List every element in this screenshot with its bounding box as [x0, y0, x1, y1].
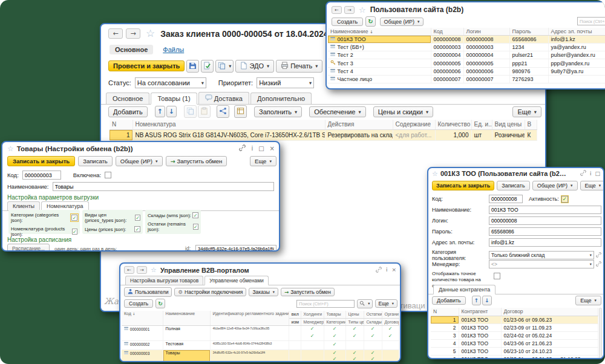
save-button[interactable]: Записать [497, 181, 529, 190]
add-row-button[interactable]: Добавить [432, 296, 466, 305]
connection-settings-button[interactable]: ⚙Настройки подключения [174, 288, 246, 296]
order-nav-files-link[interactable]: Файлы [163, 46, 184, 53]
prices-checkbox[interactable]: ✓ [134, 226, 140, 232]
column-header-name[interactable]: Наименование [163, 311, 210, 325]
code-input[interactable] [22, 171, 61, 180]
column-header-categories[interactable]: Категории [324, 318, 345, 325]
more-button[interactable]: Еще▾ [512, 106, 541, 117]
more-button[interactable]: Еще▾ [580, 181, 605, 190]
search-input[interactable] [577, 17, 605, 25]
tab-goods-upload-settings[interactable]: Настройка выгрузки товаров [125, 276, 203, 285]
column-header-flag-mod[interactable]: изм [289, 318, 301, 325]
run-exchange-button[interactable]: →Запустить обмен [166, 156, 227, 166]
column-header-currency[interactable]: В [525, 120, 537, 129]
tab-clients[interactable]: Клиенты [7, 201, 40, 210]
create-button[interactable]: Создать [332, 18, 363, 26]
open-link-icon[interactable] [596, 261, 601, 268]
back-button[interactable]: ← [124, 266, 134, 274]
info-icon[interactable]: i [590, 171, 592, 177]
column-header-holdings[interactable]: Холдинги [301, 311, 324, 318]
user-row[interactable]: Тест 4 000000006 000000006 980976 9u8y7@… [328, 68, 605, 76]
tab-contractor-data[interactable]: Данные контрагента [433, 285, 495, 294]
refresh-button[interactable]: ↻ [155, 299, 165, 308]
schedule-button[interactable]: Расписание... [7, 244, 50, 252]
order-nav-main[interactable]: Основное [110, 45, 153, 54]
column-header-organizations[interactable]: Организации [382, 311, 399, 318]
exchange-row[interactable]: 000000003 Товары 34d8cff5-632e-4c16-97e5… [122, 349, 399, 362]
favorite-star-icon[interactable]: ☆ [432, 171, 438, 177]
info-icon[interactable]: i [386, 267, 388, 273]
more-button[interactable]: Еще▾ [250, 156, 276, 166]
column-header-name[interactable]: Наименование ↓ [328, 28, 431, 36]
column-header-code[interactable]: Код ↓ [122, 311, 163, 325]
user-row[interactable]: Тест 3 000000005 000000005 ppp21 ppp@yan… [328, 59, 605, 68]
move-down-button[interactable]: ↓ [482, 296, 492, 305]
more-button[interactable]: Еще▾ [375, 299, 398, 308]
move-up-button[interactable]: ↑ [472, 296, 482, 305]
forward-button[interactable]: → [344, 6, 355, 14]
open-link-icon[interactable] [596, 252, 601, 259]
maximize-icon[interactable]: □ [595, 171, 600, 177]
schedule-id-input[interactable] [195, 245, 276, 252]
tab-goods[interactable]: Товары (1) [151, 93, 197, 105]
column-header-nomenclature[interactable]: Номенклатура [132, 120, 325, 129]
back-button[interactable]: ← [332, 6, 342, 14]
share-button[interactable] [217, 105, 229, 118]
refresh-button[interactable]: ↻ [365, 16, 375, 27]
name-input[interactable] [489, 206, 601, 214]
categories-checkbox[interactable]: ✓ [71, 215, 77, 221]
paste-rows-button[interactable] [198, 105, 211, 118]
common-menu-button[interactable]: Общее (ИР)▾ [532, 181, 578, 190]
products-checkbox[interactable]: ✓ [72, 229, 77, 235]
close-icon[interactable]: × [391, 267, 396, 273]
priority-select[interactable]: Низкий▾ [257, 77, 314, 88]
manager-select[interactable]: <>▾ [489, 260, 594, 268]
contract-row[interactable]: 3001КЗ ТОО02/24-02 от 05.02.24 [431, 331, 598, 339]
move-up-button[interactable]: ↑ [155, 106, 165, 117]
user-row[interactable]: Тест 2 000000004 000000004 pulser21 puls… [328, 51, 605, 59]
column-header-password[interactable]: Пароль [509, 28, 548, 36]
copy-button[interactable]: ▾ [215, 60, 234, 73]
contract-row[interactable]: 5001КЗ ТОО06/23-10 от 24.10.23 [431, 347, 598, 355]
remains-checkbox[interactable]: ✓ [193, 224, 198, 230]
scrollbar[interactable] [599, 308, 602, 359]
column-header-flag-on[interactable]: вкл [289, 311, 301, 318]
column-header-code[interactable]: Код [431, 28, 463, 36]
contract-row[interactable]: 1001КЗ ТОО01/23-06 от 09.06.23 [431, 316, 598, 323]
column-header-price-types[interactable]: Типы цен [345, 318, 364, 325]
column-header-action[interactable]: Действия [325, 120, 393, 129]
save-and-close-button[interactable]: Записать и закрыть [7, 156, 75, 166]
column-header-contractor[interactable]: Контрагент [459, 308, 501, 316]
fill-button[interactable]: Заполнить▾ [254, 106, 302, 117]
search-input[interactable] [296, 300, 355, 308]
exchange-row[interactable]: 000000001 Полная 4fcbe884-12e8-40ba-9e34… [122, 325, 399, 340]
code-input[interactable] [489, 195, 523, 203]
get-link-icon[interactable] [580, 170, 586, 177]
search-button[interactable]: ▾ [357, 299, 372, 308]
password-input[interactable] [489, 227, 601, 236]
column-header-contracts[interactable]: Договоры [382, 318, 399, 325]
forward-button[interactable]: → [137, 266, 147, 274]
order-item-row[interactable]: 1 NB ASUS ROG Strix G18 G814JV-N6035, Co… [110, 129, 537, 140]
status-select[interactable]: На согласовании▾ [135, 77, 206, 88]
tab-exchange-management[interactable]: Управление обменами [204, 276, 269, 285]
user-row[interactable]: Частное лицо 000000007 000000007 7276293 [328, 76, 605, 83]
contract-row[interactable]: 2001КЗ ТОО02/23-09 от 11.09.23 [431, 323, 598, 331]
active-checkbox[interactable]: ✓ [561, 196, 568, 203]
login-input[interactable] [489, 216, 601, 225]
post-and-close-button[interactable]: Провести и закрыть [108, 60, 185, 71]
price-types-checkbox[interactable]: ✓ [135, 215, 140, 221]
tab-extra[interactable]: Дополнительно [250, 93, 312, 104]
contract-row[interactable]: 6001КЗ ТОО09/23-01 от 06.01.23 по 31.12.… [431, 355, 598, 359]
column-header-email[interactable]: Адрес эл. почты [548, 28, 605, 36]
print-button[interactable]: Печать▾ [276, 60, 322, 73]
forward-button[interactable]: → [126, 28, 140, 39]
column-header-n[interactable]: N [110, 120, 132, 129]
column-header-managers[interactable]: Менеджеры [301, 318, 324, 325]
column-header-price-type[interactable]: Вид цены [492, 120, 525, 129]
user-row[interactable]: 001КЗ ТОО 000000008 000000008 65568086 i… [328, 36, 605, 44]
column-header-unit[interactable]: Ед. и... [471, 120, 492, 129]
common-menu-button[interactable]: Общее (ИР)▾ [116, 156, 163, 166]
column-header-n[interactable]: N [431, 308, 459, 316]
save-button[interactable]: Записать [78, 156, 113, 166]
